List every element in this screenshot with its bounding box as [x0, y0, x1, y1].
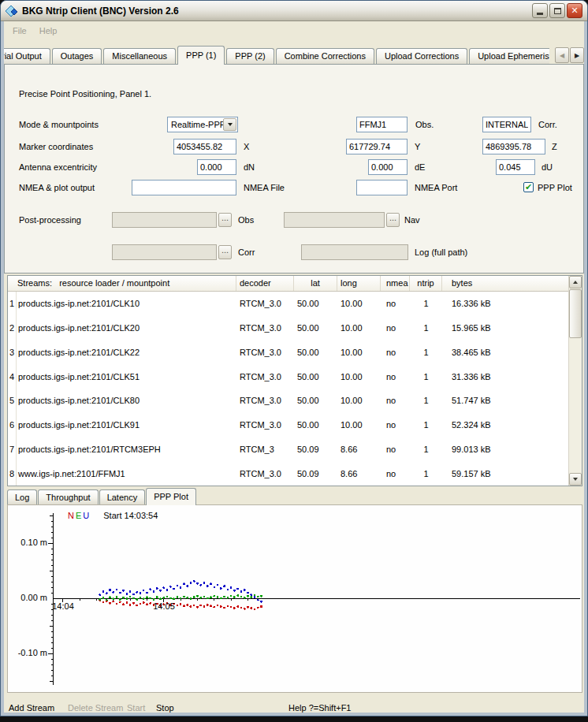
chevron-down-icon [228, 123, 233, 126]
post-log-label: Log (full path) [415, 244, 467, 260]
cell-nmea: no [381, 420, 410, 430]
cell-lat: 50.00 [294, 396, 337, 405]
tab-ppp-plot[interactable]: PPP Plot [146, 488, 196, 505]
tab-scroll-right-button[interactable]: ▶ [570, 47, 584, 63]
table-row[interactable]: 2products.igs-ip.net:2101/CLK20RTCM_3.05… [8, 316, 568, 341]
cell-bytes: 59.157 kB [442, 469, 568, 478]
cell-long: 10.00 [337, 348, 381, 357]
marker-x-field[interactable] [173, 139, 236, 154]
combo-dropdown-button[interactable] [223, 118, 236, 131]
marker-z-label: Z [552, 139, 557, 154]
cell-lat: 50.00 [294, 323, 337, 333]
ppp-plot-checkbox[interactable]: ✔ [523, 182, 534, 192]
table-row[interactable]: 3products.igs-ip.net:2101/CLK22RTCM_3.05… [8, 341, 568, 365]
tab-scroll-left-button[interactable]: ◀ [555, 47, 569, 63]
x-tick-label-1404: 14:04 [47, 601, 79, 611]
tab-upload-ephemeris[interactable]: Upload Ephemeris [469, 48, 549, 64]
header-long[interactable]: long [337, 276, 381, 291]
nmea-plot-output-label: NMEA & plot output [19, 180, 95, 195]
header-streams-mountpoint[interactable]: Streams: resource loader / mountpoint [8, 276, 236, 291]
cell-decoder: RTCM_3.0 [236, 396, 294, 405]
table-row[interactable]: 4products.igs-ip.net:2101/CLK51RTCM_3.05… [8, 364, 568, 389]
table-scrollbar[interactable] [568, 276, 582, 486]
cell-nmea: no [381, 323, 410, 333]
cell-mountpoint: products.igs-ip.net:2101/CLK51 [17, 372, 236, 381]
cell-ntrip: 1 [410, 469, 442, 478]
cell-nmea: no [381, 469, 410, 478]
cell-num: 4 [8, 364, 17, 389]
legend-e: E [76, 511, 81, 520]
antenna-de-field[interactable] [368, 159, 408, 175]
cell-bytes: 38.465 kB [442, 348, 568, 357]
panel-caption: Precise Point Positioning, Panel 1. [19, 86, 151, 102]
scrollbar-thumb[interactable] [569, 289, 582, 338]
table-row[interactable]: 5products.igs-ip.net:2101/CLK80RTCM_3.05… [8, 389, 568, 413]
tab-ppp-1[interactable]: PPP (1) [177, 46, 225, 65]
cell-bytes: 16.336 kB [442, 299, 568, 308]
minimize-button[interactable] [532, 3, 548, 18]
ppp-plot-canvas [8, 505, 582, 692]
tab-log[interactable]: Log [7, 489, 37, 504]
cell-long: 8.66 [337, 445, 381, 454]
mode-combobox[interactable]: Realtime-PPP [167, 117, 238, 132]
tab-scroll-right-icon: ▶ [575, 52, 579, 59]
header-ntrip[interactable]: ntrip [410, 276, 442, 291]
tab-latency[interactable]: Latency [99, 489, 146, 504]
antenna-dn-field[interactable] [197, 159, 236, 175]
header-bytes[interactable]: bytes [442, 276, 568, 291]
titlebar[interactable]: BKG Ntrip Client (BNC) Version 2.6 ✕ [1, 1, 587, 21]
table-row[interactable]: 7products.igs-ip.net:2101/RTCM3EPHRTCM_3… [8, 437, 568, 462]
nmea-file-field[interactable] [132, 180, 236, 195]
tab-rial-output[interactable]: rial Output [4, 48, 50, 64]
post-corr-browse-button: ... [218, 245, 232, 259]
menu-file[interactable]: File [7, 24, 32, 37]
header-nmea[interactable]: nmea [381, 276, 410, 291]
streams-table: Streams: resource loader / mountpoint de… [7, 275, 582, 486]
antenna-du-field[interactable] [496, 159, 535, 175]
tab-throughput[interactable]: Throughput [38, 489, 98, 504]
obs-mountpoint-field[interactable] [356, 117, 408, 132]
header-lat[interactable]: lat [294, 276, 337, 291]
tab-combine-corrections[interactable]: Combine Corrections [276, 48, 374, 64]
menu-help[interactable]: Help [34, 24, 63, 37]
ppp-panel-page: Precise Point Positioning, Panel 1. Mode… [4, 64, 584, 274]
cell-nmea: no [381, 396, 410, 405]
marker-z-field[interactable] [482, 139, 545, 154]
cell-ntrip: 1 [410, 323, 442, 333]
marker-y-label: Y [415, 139, 420, 154]
bottom-tabbar: LogThroughputLatencyPPP Plot [7, 488, 197, 505]
table-header: Streams: resource loader / mountpoint de… [8, 276, 568, 292]
marker-y-field[interactable] [346, 139, 408, 154]
maximize-button[interactable] [549, 3, 565, 18]
tab-upload-corrections[interactable]: Upload Corrections [376, 48, 467, 64]
corr-mountpoint-field[interactable] [482, 117, 531, 132]
close-button[interactable]: ✕ [567, 3, 582, 18]
table-row[interactable]: 8www.igs-ip.net:2101/FFMJ1RTCM_3.050.098… [8, 461, 568, 486]
post-corr-field [112, 244, 217, 260]
stop-button[interactable]: Stop [156, 701, 174, 716]
post-nav-label: Nav [404, 212, 420, 228]
table-row[interactable]: 1products.igs-ip.net:2101/CLK10RTCM_3.05… [8, 292, 568, 316]
post-processing-label: Post-processing [19, 212, 81, 228]
scrollbar-down-button[interactable] [569, 473, 582, 486]
checkbox-check-icon: ✔ [525, 182, 532, 192]
maximize-icon [554, 8, 561, 14]
tab-outages[interactable]: Outages [52, 48, 102, 64]
cell-lat: 50.00 [294, 348, 337, 357]
cell-long: 10.00 [337, 299, 381, 308]
tab-ppp-2[interactable]: PPP (2) [226, 48, 274, 64]
tab-miscellaneous[interactable]: Miscellaneous [103, 48, 176, 64]
start-button: Start [127, 701, 145, 716]
ppp-plot-checkbox-label: PPP Plot [538, 180, 572, 195]
header-decoder[interactable]: decoder [236, 276, 294, 291]
nmea-port-field[interactable] [356, 180, 408, 195]
cell-num: 5 [8, 389, 17, 413]
legend-n: N [68, 511, 74, 520]
table-row[interactable]: 6products.igs-ip.net:2101/CLK91RTCM_3.05… [8, 413, 568, 437]
scrollbar-up-button[interactable] [569, 276, 582, 288]
add-stream-button[interactable]: Add Stream [9, 701, 54, 716]
window-frame-right [584, 21, 587, 716]
top-tabbar: rial OutputOutagesMiscellaneousPPP (1)PP… [4, 46, 584, 65]
post-corr-label: Corr [238, 244, 255, 260]
cell-ntrip: 1 [410, 445, 442, 454]
